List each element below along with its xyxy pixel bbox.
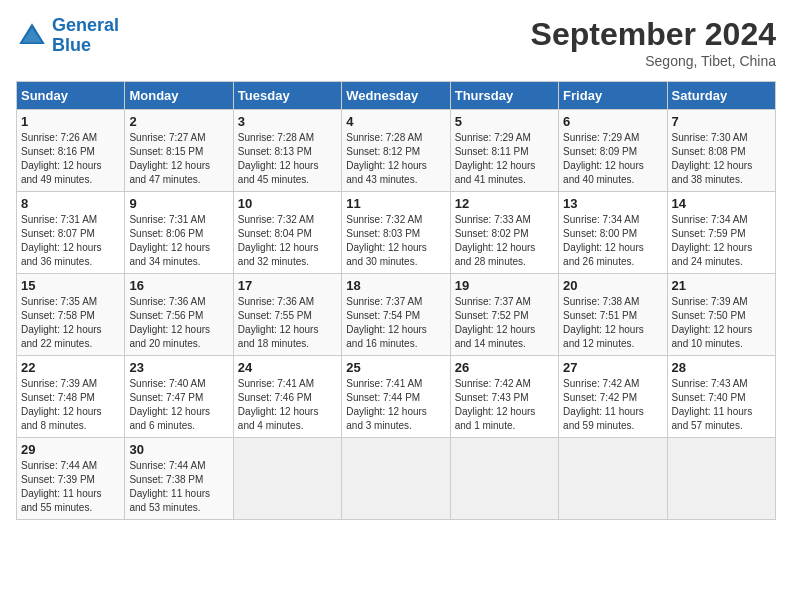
day-number: 28 (672, 360, 771, 375)
day-info: Sunrise: 7:44 AM Sunset: 7:39 PM Dayligh… (21, 459, 120, 515)
day-number: 10 (238, 196, 337, 211)
calendar-cell: 27Sunrise: 7:42 AM Sunset: 7:42 PM Dayli… (559, 356, 667, 438)
calendar-cell: 23Sunrise: 7:40 AM Sunset: 7:47 PM Dayli… (125, 356, 233, 438)
calendar-cell: 24Sunrise: 7:41 AM Sunset: 7:46 PM Dayli… (233, 356, 341, 438)
day-number: 1 (21, 114, 120, 129)
logo-text: General Blue (52, 16, 119, 56)
day-number: 30 (129, 442, 228, 457)
day-info: Sunrise: 7:42 AM Sunset: 7:43 PM Dayligh… (455, 377, 554, 433)
calendar-cell: 16Sunrise: 7:36 AM Sunset: 7:56 PM Dayli… (125, 274, 233, 356)
week-row-3: 15Sunrise: 7:35 AM Sunset: 7:58 PM Dayli… (17, 274, 776, 356)
day-number: 11 (346, 196, 445, 211)
calendar-cell: 17Sunrise: 7:36 AM Sunset: 7:55 PM Dayli… (233, 274, 341, 356)
day-info: Sunrise: 7:41 AM Sunset: 7:44 PM Dayligh… (346, 377, 445, 433)
calendar-cell: 28Sunrise: 7:43 AM Sunset: 7:40 PM Dayli… (667, 356, 775, 438)
calendar-cell: 25Sunrise: 7:41 AM Sunset: 7:44 PM Dayli… (342, 356, 450, 438)
calendar-cell: 1Sunrise: 7:26 AM Sunset: 8:16 PM Daylig… (17, 110, 125, 192)
day-number: 5 (455, 114, 554, 129)
calendar-cell: 22Sunrise: 7:39 AM Sunset: 7:48 PM Dayli… (17, 356, 125, 438)
day-number: 6 (563, 114, 662, 129)
calendar-cell: 20Sunrise: 7:38 AM Sunset: 7:51 PM Dayli… (559, 274, 667, 356)
day-info: Sunrise: 7:34 AM Sunset: 8:00 PM Dayligh… (563, 213, 662, 269)
calendar-cell: 19Sunrise: 7:37 AM Sunset: 7:52 PM Dayli… (450, 274, 558, 356)
day-number: 29 (21, 442, 120, 457)
calendar-cell: 15Sunrise: 7:35 AM Sunset: 7:58 PM Dayli… (17, 274, 125, 356)
day-number: 21 (672, 278, 771, 293)
day-info: Sunrise: 7:30 AM Sunset: 8:08 PM Dayligh… (672, 131, 771, 187)
calendar-cell (559, 438, 667, 520)
day-info: Sunrise: 7:37 AM Sunset: 7:54 PM Dayligh… (346, 295, 445, 351)
week-row-1: 1Sunrise: 7:26 AM Sunset: 8:16 PM Daylig… (17, 110, 776, 192)
week-row-2: 8Sunrise: 7:31 AM Sunset: 8:07 PM Daylig… (17, 192, 776, 274)
day-number: 2 (129, 114, 228, 129)
weekday-header-row: SundayMondayTuesdayWednesdayThursdayFrid… (17, 82, 776, 110)
day-info: Sunrise: 7:43 AM Sunset: 7:40 PM Dayligh… (672, 377, 771, 433)
day-info: Sunrise: 7:44 AM Sunset: 7:38 PM Dayligh… (129, 459, 228, 515)
day-info: Sunrise: 7:28 AM Sunset: 8:13 PM Dayligh… (238, 131, 337, 187)
day-info: Sunrise: 7:37 AM Sunset: 7:52 PM Dayligh… (455, 295, 554, 351)
day-info: Sunrise: 7:31 AM Sunset: 8:06 PM Dayligh… (129, 213, 228, 269)
logo-icon (16, 20, 48, 52)
weekday-header-tuesday: Tuesday (233, 82, 341, 110)
day-info: Sunrise: 7:26 AM Sunset: 8:16 PM Dayligh… (21, 131, 120, 187)
calendar-cell: 12Sunrise: 7:33 AM Sunset: 8:02 PM Dayli… (450, 192, 558, 274)
day-number: 9 (129, 196, 228, 211)
day-info: Sunrise: 7:36 AM Sunset: 7:56 PM Dayligh… (129, 295, 228, 351)
calendar-table: SundayMondayTuesdayWednesdayThursdayFrid… (16, 81, 776, 520)
day-info: Sunrise: 7:40 AM Sunset: 7:47 PM Dayligh… (129, 377, 228, 433)
day-info: Sunrise: 7:32 AM Sunset: 8:03 PM Dayligh… (346, 213, 445, 269)
day-info: Sunrise: 7:39 AM Sunset: 7:50 PM Dayligh… (672, 295, 771, 351)
day-info: Sunrise: 7:31 AM Sunset: 8:07 PM Dayligh… (21, 213, 120, 269)
day-info: Sunrise: 7:35 AM Sunset: 7:58 PM Dayligh… (21, 295, 120, 351)
calendar-cell: 21Sunrise: 7:39 AM Sunset: 7:50 PM Dayli… (667, 274, 775, 356)
calendar-cell: 14Sunrise: 7:34 AM Sunset: 7:59 PM Dayli… (667, 192, 775, 274)
logo-line1: General (52, 15, 119, 35)
day-number: 26 (455, 360, 554, 375)
day-number: 8 (21, 196, 120, 211)
day-info: Sunrise: 7:34 AM Sunset: 7:59 PM Dayligh… (672, 213, 771, 269)
day-number: 27 (563, 360, 662, 375)
day-number: 18 (346, 278, 445, 293)
day-number: 23 (129, 360, 228, 375)
calendar-cell (233, 438, 341, 520)
day-number: 7 (672, 114, 771, 129)
weekday-header-wednesday: Wednesday (342, 82, 450, 110)
page-header: General Blue September 2024 Segong, Tibe… (16, 16, 776, 69)
logo: General Blue (16, 16, 119, 56)
title-block: September 2024 Segong, Tibet, China (531, 16, 776, 69)
calendar-cell: 5Sunrise: 7:29 AM Sunset: 8:11 PM Daylig… (450, 110, 558, 192)
day-number: 24 (238, 360, 337, 375)
calendar-cell: 9Sunrise: 7:31 AM Sunset: 8:06 PM Daylig… (125, 192, 233, 274)
day-number: 22 (21, 360, 120, 375)
calendar-cell: 26Sunrise: 7:42 AM Sunset: 7:43 PM Dayli… (450, 356, 558, 438)
week-row-5: 29Sunrise: 7:44 AM Sunset: 7:39 PM Dayli… (17, 438, 776, 520)
day-info: Sunrise: 7:42 AM Sunset: 7:42 PM Dayligh… (563, 377, 662, 433)
day-number: 12 (455, 196, 554, 211)
calendar-cell: 8Sunrise: 7:31 AM Sunset: 8:07 PM Daylig… (17, 192, 125, 274)
day-info: Sunrise: 7:36 AM Sunset: 7:55 PM Dayligh… (238, 295, 337, 351)
calendar-cell (667, 438, 775, 520)
day-number: 3 (238, 114, 337, 129)
day-info: Sunrise: 7:38 AM Sunset: 7:51 PM Dayligh… (563, 295, 662, 351)
weekday-header-monday: Monday (125, 82, 233, 110)
calendar-cell: 10Sunrise: 7:32 AM Sunset: 8:04 PM Dayli… (233, 192, 341, 274)
calendar-cell: 13Sunrise: 7:34 AM Sunset: 8:00 PM Dayli… (559, 192, 667, 274)
day-info: Sunrise: 7:28 AM Sunset: 8:12 PM Dayligh… (346, 131, 445, 187)
weekday-header-sunday: Sunday (17, 82, 125, 110)
day-number: 13 (563, 196, 662, 211)
weekday-header-friday: Friday (559, 82, 667, 110)
day-number: 19 (455, 278, 554, 293)
calendar-cell: 30Sunrise: 7:44 AM Sunset: 7:38 PM Dayli… (125, 438, 233, 520)
logo-line2: Blue (52, 35, 91, 55)
day-number: 20 (563, 278, 662, 293)
calendar-cell: 3Sunrise: 7:28 AM Sunset: 8:13 PM Daylig… (233, 110, 341, 192)
day-number: 14 (672, 196, 771, 211)
calendar-cell: 11Sunrise: 7:32 AM Sunset: 8:03 PM Dayli… (342, 192, 450, 274)
day-info: Sunrise: 7:27 AM Sunset: 8:15 PM Dayligh… (129, 131, 228, 187)
calendar-cell: 2Sunrise: 7:27 AM Sunset: 8:15 PM Daylig… (125, 110, 233, 192)
calendar-cell: 18Sunrise: 7:37 AM Sunset: 7:54 PM Dayli… (342, 274, 450, 356)
calendar-cell: 4Sunrise: 7:28 AM Sunset: 8:12 PM Daylig… (342, 110, 450, 192)
day-number: 15 (21, 278, 120, 293)
day-number: 25 (346, 360, 445, 375)
day-info: Sunrise: 7:29 AM Sunset: 8:11 PM Dayligh… (455, 131, 554, 187)
